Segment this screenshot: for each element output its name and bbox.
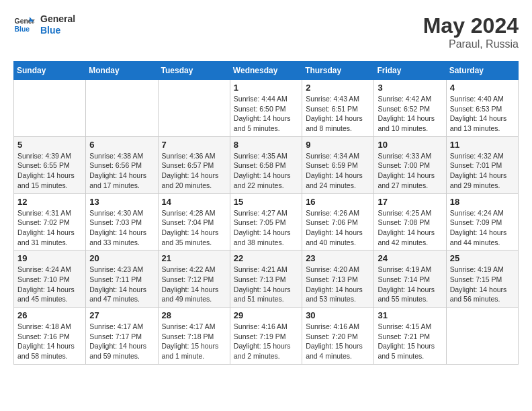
calendar-table: SundayMondayTuesdayWednesdayThursdayFrid… bbox=[13, 61, 519, 365]
day-info: Sunrise: 4:22 AM Sunset: 7:12 PM Dayligh… bbox=[162, 265, 226, 304]
weekday-tuesday: Tuesday bbox=[158, 62, 230, 80]
day-number: 23 bbox=[306, 253, 370, 263]
calendar-cell: 11Sunrise: 4:32 AM Sunset: 7:01 PM Dayli… bbox=[446, 136, 518, 193]
day-number: 19 bbox=[17, 253, 82, 263]
weekday-sunday: Sunday bbox=[14, 62, 86, 80]
calendar-cell: 7Sunrise: 4:36 AM Sunset: 6:57 PM Daylig… bbox=[158, 136, 230, 193]
day-info: Sunrise: 4:24 AM Sunset: 7:10 PM Dayligh… bbox=[17, 265, 82, 304]
day-info: Sunrise: 4:17 AM Sunset: 7:18 PM Dayligh… bbox=[162, 322, 226, 361]
logo-blue: Blue bbox=[40, 25, 75, 36]
calendar-cell: 12Sunrise: 4:31 AM Sunset: 7:02 PM Dayli… bbox=[14, 193, 86, 250]
day-number: 16 bbox=[306, 197, 370, 207]
day-number: 12 bbox=[17, 197, 82, 207]
day-info: Sunrise: 4:33 AM Sunset: 7:00 PM Dayligh… bbox=[378, 151, 442, 191]
day-number: 2 bbox=[306, 83, 370, 93]
day-number: 21 bbox=[162, 253, 226, 263]
day-info: Sunrise: 4:44 AM Sunset: 6:50 PM Dayligh… bbox=[234, 94, 298, 134]
day-number: 4 bbox=[450, 83, 515, 93]
calendar-cell: 17Sunrise: 4:25 AM Sunset: 7:08 PM Dayli… bbox=[374, 193, 446, 250]
day-number: 31 bbox=[378, 310, 442, 320]
day-info: Sunrise: 4:17 AM Sunset: 7:17 PM Dayligh… bbox=[89, 322, 154, 361]
day-number: 5 bbox=[17, 140, 82, 150]
day-info: Sunrise: 4:43 AM Sunset: 6:51 PM Dayligh… bbox=[306, 94, 370, 134]
title-block: May 2024 Paraul, Russia bbox=[423, 13, 519, 50]
day-info: Sunrise: 4:24 AM Sunset: 7:09 PM Dayligh… bbox=[450, 208, 515, 248]
day-number: 24 bbox=[378, 253, 442, 263]
day-info: Sunrise: 4:31 AM Sunset: 7:02 PM Dayligh… bbox=[17, 208, 82, 248]
calendar-cell: 3Sunrise: 4:42 AM Sunset: 6:52 PM Daylig… bbox=[374, 80, 446, 137]
day-info: Sunrise: 4:19 AM Sunset: 7:14 PM Dayligh… bbox=[378, 265, 442, 304]
calendar-cell: 8Sunrise: 4:35 AM Sunset: 6:58 PM Daylig… bbox=[230, 136, 302, 193]
calendar-cell: 24Sunrise: 4:19 AM Sunset: 7:14 PM Dayli… bbox=[374, 250, 446, 308]
calendar-cell: 10Sunrise: 4:33 AM Sunset: 7:00 PM Dayli… bbox=[374, 136, 446, 193]
day-info: Sunrise: 4:26 AM Sunset: 7:06 PM Dayligh… bbox=[306, 208, 370, 248]
calendar-week-2: 5Sunrise: 4:39 AM Sunset: 6:55 PM Daylig… bbox=[14, 136, 519, 193]
day-info: Sunrise: 4:19 AM Sunset: 7:15 PM Dayligh… bbox=[450, 265, 515, 304]
weekday-header-row: SundayMondayTuesdayWednesdayThursdayFrid… bbox=[14, 62, 519, 80]
svg-text:Blue: Blue bbox=[15, 25, 30, 32]
day-number: 10 bbox=[378, 140, 442, 150]
calendar-cell: 22Sunrise: 4:21 AM Sunset: 7:13 PM Dayli… bbox=[230, 250, 302, 308]
day-number: 26 bbox=[17, 310, 82, 320]
weekday-saturday: Saturday bbox=[446, 62, 518, 80]
calendar-cell: 5Sunrise: 4:39 AM Sunset: 6:55 PM Daylig… bbox=[14, 136, 86, 193]
day-info: Sunrise: 4:35 AM Sunset: 6:58 PM Dayligh… bbox=[234, 151, 298, 191]
day-info: Sunrise: 4:32 AM Sunset: 7:01 PM Dayligh… bbox=[450, 151, 515, 191]
day-number: 1 bbox=[234, 83, 298, 93]
day-info: Sunrise: 4:16 AM Sunset: 7:20 PM Dayligh… bbox=[306, 322, 370, 361]
day-number: 6 bbox=[89, 140, 154, 150]
day-number: 11 bbox=[450, 140, 515, 150]
day-info: Sunrise: 4:28 AM Sunset: 7:04 PM Dayligh… bbox=[162, 208, 226, 248]
weekday-monday: Monday bbox=[86, 62, 158, 80]
day-info: Sunrise: 4:23 AM Sunset: 7:11 PM Dayligh… bbox=[89, 265, 154, 304]
day-info: Sunrise: 4:25 AM Sunset: 7:08 PM Dayligh… bbox=[378, 208, 442, 248]
calendar-cell: 15Sunrise: 4:27 AM Sunset: 7:05 PM Dayli… bbox=[230, 193, 302, 250]
calendar-cell bbox=[446, 308, 518, 365]
calendar-week-1: 1Sunrise: 4:44 AM Sunset: 6:50 PM Daylig… bbox=[14, 80, 519, 137]
day-number: 9 bbox=[306, 140, 370, 150]
calendar-week-4: 19Sunrise: 4:24 AM Sunset: 7:10 PM Dayli… bbox=[14, 250, 519, 308]
day-info: Sunrise: 4:38 AM Sunset: 6:56 PM Dayligh… bbox=[89, 151, 154, 191]
calendar-cell: 19Sunrise: 4:24 AM Sunset: 7:10 PM Dayli… bbox=[14, 250, 86, 308]
day-info: Sunrise: 4:15 AM Sunset: 7:21 PM Dayligh… bbox=[378, 322, 442, 361]
calendar-cell: 18Sunrise: 4:24 AM Sunset: 7:09 PM Dayli… bbox=[446, 193, 518, 250]
calendar-cell: 2Sunrise: 4:43 AM Sunset: 6:51 PM Daylig… bbox=[302, 80, 374, 137]
day-info: Sunrise: 4:39 AM Sunset: 6:55 PM Dayligh… bbox=[17, 151, 82, 191]
day-number: 20 bbox=[89, 253, 154, 263]
day-number: 13 bbox=[89, 197, 154, 207]
calendar-cell bbox=[86, 80, 158, 137]
calendar-header: SundayMondayTuesdayWednesdayThursdayFrid… bbox=[14, 62, 519, 80]
calendar-cell bbox=[14, 80, 86, 137]
calendar-week-5: 26Sunrise: 4:18 AM Sunset: 7:16 PM Dayli… bbox=[14, 308, 519, 365]
logo-general: General bbox=[40, 13, 75, 25]
calendar-cell: 21Sunrise: 4:22 AM Sunset: 7:12 PM Dayli… bbox=[158, 250, 230, 308]
calendar-cell: 28Sunrise: 4:17 AM Sunset: 7:18 PM Dayli… bbox=[158, 308, 230, 365]
day-info: Sunrise: 4:21 AM Sunset: 7:13 PM Dayligh… bbox=[234, 265, 298, 304]
day-number: 28 bbox=[162, 310, 226, 320]
calendar-cell: 27Sunrise: 4:17 AM Sunset: 7:17 PM Dayli… bbox=[86, 308, 158, 365]
day-number: 30 bbox=[306, 310, 370, 320]
day-info: Sunrise: 4:36 AM Sunset: 6:57 PM Dayligh… bbox=[162, 151, 226, 191]
calendar-body: 1Sunrise: 4:44 AM Sunset: 6:50 PM Daylig… bbox=[14, 80, 519, 365]
day-number: 8 bbox=[234, 140, 298, 150]
day-info: Sunrise: 4:27 AM Sunset: 7:05 PM Dayligh… bbox=[234, 208, 298, 248]
calendar-week-3: 12Sunrise: 4:31 AM Sunset: 7:02 PM Dayli… bbox=[14, 193, 519, 250]
weekday-friday: Friday bbox=[374, 62, 446, 80]
calendar-cell bbox=[158, 80, 230, 137]
calendar-cell: 20Sunrise: 4:23 AM Sunset: 7:11 PM Dayli… bbox=[86, 250, 158, 308]
day-info: Sunrise: 4:18 AM Sunset: 7:16 PM Dayligh… bbox=[17, 322, 82, 361]
location-subtitle: Paraul, Russia bbox=[423, 38, 519, 50]
day-number: 29 bbox=[234, 310, 298, 320]
day-info: Sunrise: 4:16 AM Sunset: 7:19 PM Dayligh… bbox=[234, 322, 298, 361]
day-number: 22 bbox=[234, 253, 298, 263]
day-info: Sunrise: 4:30 AM Sunset: 7:03 PM Dayligh… bbox=[89, 208, 154, 248]
calendar-cell: 25Sunrise: 4:19 AM Sunset: 7:15 PM Dayli… bbox=[446, 250, 518, 308]
day-info: Sunrise: 4:34 AM Sunset: 6:59 PM Dayligh… bbox=[306, 151, 370, 191]
calendar-cell: 9Sunrise: 4:34 AM Sunset: 6:59 PM Daylig… bbox=[302, 136, 374, 193]
day-number: 14 bbox=[162, 197, 226, 207]
calendar-cell: 31Sunrise: 4:15 AM Sunset: 7:21 PM Dayli… bbox=[374, 308, 446, 365]
calendar-cell: 4Sunrise: 4:40 AM Sunset: 6:53 PM Daylig… bbox=[446, 80, 518, 137]
page-header: General Blue General Blue May 2024 Parau… bbox=[13, 13, 519, 50]
day-number: 17 bbox=[378, 197, 442, 207]
day-number: 27 bbox=[89, 310, 154, 320]
